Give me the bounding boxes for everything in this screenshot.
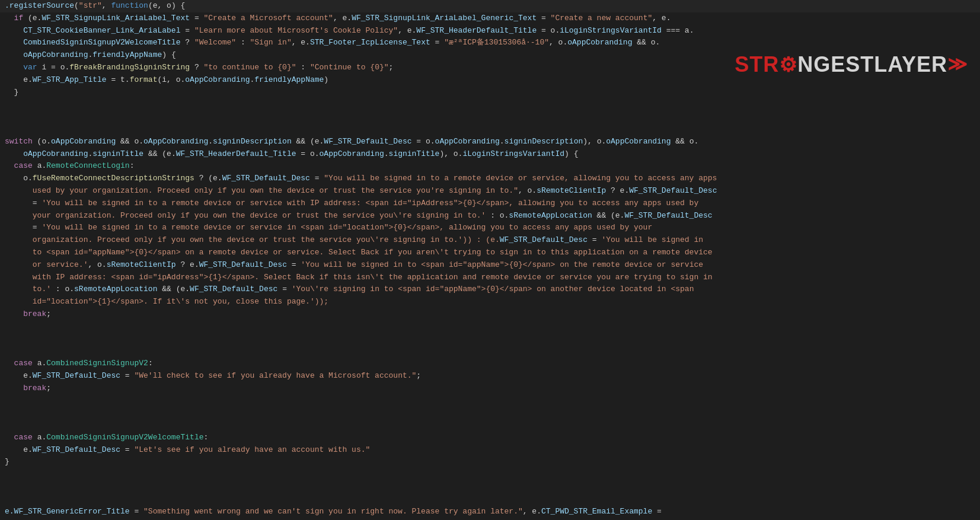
- code-line-21: with IP address: <span id="ipAddress">{1…: [0, 272, 980, 284]
- logo-part1: STR: [735, 47, 779, 82]
- logo-text: STR⚙NGESTLAYER≫: [735, 47, 968, 82]
- logo-arrow-icon: ≫: [947, 49, 968, 79]
- code-line-12: case a.RemoteConnectLogin:: [0, 160, 980, 173]
- code-line-32: }: [0, 456, 980, 468]
- logo-gear-icon: ⚙: [779, 49, 797, 81]
- code-line-1: .registerSource("str", function(e, o) {: [0, 0, 980, 12]
- code-line-19: to <span id="appName">{0}</span> on a re…: [0, 247, 980, 259]
- code-line-8: }: [0, 87, 980, 99]
- code-line-34: e.WF_STR_GenericError_Title = "Something…: [0, 506, 980, 518]
- code-line-20: or service.', o.sRemoteClientIp ? e.WF_S…: [0, 259, 980, 272]
- code-line-10: switch (o.oAppCobranding && o.oAppCobran…: [0, 136, 980, 148]
- code-line-14: used by your organization. Proceed only …: [0, 185, 980, 197]
- code-line-26: case a.CombinedSigninSignupV2:: [0, 358, 980, 370]
- code-line-29: [0, 395, 980, 432]
- code-line-25: [0, 321, 980, 358]
- code-line-3: CT_STR_CookieBanner_Link_AriaLabel = "Le…: [0, 25, 980, 37]
- code-editor: STR⚙NGESTLAYER≫ .registerSource("str", f…: [0, 0, 980, 520]
- code-line-18: organization. Proceed only if you own th…: [0, 234, 980, 247]
- code-line-22: to.' : o.sRemoteAppLocation && (e.WF_STR…: [0, 283, 980, 296]
- code-line-2: if (e.WF_STR_SignupLink_AriaLabel_Text =…: [0, 12, 980, 25]
- code-line-23: id="location">{1}</span>. If it\'s not y…: [0, 296, 980, 308]
- code-line-28: break;: [0, 382, 980, 395]
- code-line-11: oAppCobranding.signinTitle && (e.WF_STR_…: [0, 148, 980, 161]
- code-line-9: [0, 98, 980, 135]
- code-line-31: e.WF_STR_Default_Desc = "Let's see if yo…: [0, 444, 980, 457]
- code-line-27: e.WF_STR_Default_Desc = "We'll check to …: [0, 370, 980, 382]
- code-line-15: = 'You will be signed in to a remote dev…: [0, 197, 980, 210]
- code-line-35: o.iAllowedIdentities === s.Both ? "Email…: [0, 518, 980, 520]
- code-line-33: [0, 468, 980, 505]
- logo: STR⚙NGESTLAYER≫: [735, 47, 968, 82]
- code-line-13: o.fUseRemoteConnectDescriptionStrings ? …: [0, 173, 980, 185]
- code-line-24: break;: [0, 308, 980, 321]
- logo-part2: NGESTLAYER: [797, 47, 947, 82]
- code-line-30: case a.CombinedSigninSignupV2WelcomeTitl…: [0, 432, 980, 444]
- code-line-17: = 'You will be signed in to a remote dev…: [0, 222, 980, 234]
- code-line-16: your organization. Proceed only if you o…: [0, 210, 980, 222]
